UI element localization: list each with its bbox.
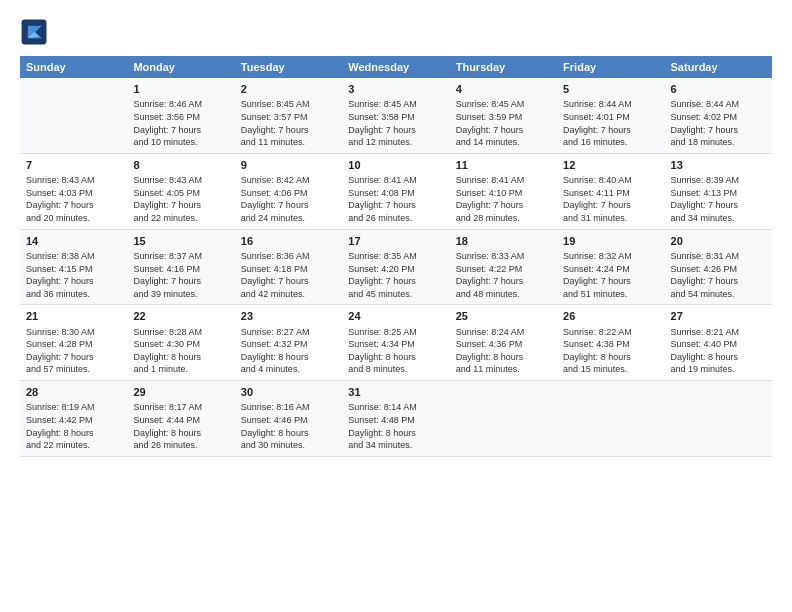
day-info: Sunrise: 8:43 AM Sunset: 4:05 PM Dayligh… xyxy=(133,174,228,224)
day-info: Sunrise: 8:38 AM Sunset: 4:15 PM Dayligh… xyxy=(26,250,121,300)
day-info: Sunrise: 8:43 AM Sunset: 4:03 PM Dayligh… xyxy=(26,174,121,224)
day-number: 13 xyxy=(671,158,766,173)
day-info: Sunrise: 8:41 AM Sunset: 4:08 PM Dayligh… xyxy=(348,174,443,224)
calendar-cell: 13Sunrise: 8:39 AM Sunset: 4:13 PM Dayli… xyxy=(665,153,772,229)
day-info: Sunrise: 8:45 AM Sunset: 3:57 PM Dayligh… xyxy=(241,98,336,148)
day-number: 19 xyxy=(563,234,658,249)
calendar-cell: 4Sunrise: 8:45 AM Sunset: 3:59 PM Daylig… xyxy=(450,78,557,153)
week-row-5: 28Sunrise: 8:19 AM Sunset: 4:42 PM Dayli… xyxy=(20,381,772,457)
calendar-cell: 14Sunrise: 8:38 AM Sunset: 4:15 PM Dayli… xyxy=(20,229,127,305)
day-number: 27 xyxy=(671,309,766,324)
logo xyxy=(20,18,52,46)
header xyxy=(20,18,772,46)
day-info: Sunrise: 8:17 AM Sunset: 4:44 PM Dayligh… xyxy=(133,401,228,451)
calendar-cell: 20Sunrise: 8:31 AM Sunset: 4:26 PM Dayli… xyxy=(665,229,772,305)
day-info: Sunrise: 8:45 AM Sunset: 3:59 PM Dayligh… xyxy=(456,98,551,148)
calendar-cell: 18Sunrise: 8:33 AM Sunset: 4:22 PM Dayli… xyxy=(450,229,557,305)
calendar-cell: 7Sunrise: 8:43 AM Sunset: 4:03 PM Daylig… xyxy=(20,153,127,229)
calendar-cell: 9Sunrise: 8:42 AM Sunset: 4:06 PM Daylig… xyxy=(235,153,342,229)
day-info: Sunrise: 8:31 AM Sunset: 4:26 PM Dayligh… xyxy=(671,250,766,300)
day-info: Sunrise: 8:28 AM Sunset: 4:30 PM Dayligh… xyxy=(133,326,228,376)
day-info: Sunrise: 8:16 AM Sunset: 4:46 PM Dayligh… xyxy=(241,401,336,451)
day-number: 24 xyxy=(348,309,443,324)
week-row-3: 14Sunrise: 8:38 AM Sunset: 4:15 PM Dayli… xyxy=(20,229,772,305)
calendar-cell: 8Sunrise: 8:43 AM Sunset: 4:05 PM Daylig… xyxy=(127,153,234,229)
day-number: 25 xyxy=(456,309,551,324)
week-row-4: 21Sunrise: 8:30 AM Sunset: 4:28 PM Dayli… xyxy=(20,305,772,381)
calendar-cell: 26Sunrise: 8:22 AM Sunset: 4:38 PM Dayli… xyxy=(557,305,664,381)
day-info: Sunrise: 8:44 AM Sunset: 4:01 PM Dayligh… xyxy=(563,98,658,148)
calendar-header: SundayMondayTuesdayWednesdayThursdayFrid… xyxy=(20,56,772,78)
calendar-cell: 31Sunrise: 8:14 AM Sunset: 4:48 PM Dayli… xyxy=(342,381,449,457)
day-info: Sunrise: 8:36 AM Sunset: 4:18 PM Dayligh… xyxy=(241,250,336,300)
calendar-cell: 27Sunrise: 8:21 AM Sunset: 4:40 PM Dayli… xyxy=(665,305,772,381)
day-info: Sunrise: 8:44 AM Sunset: 4:02 PM Dayligh… xyxy=(671,98,766,148)
col-header-monday: Monday xyxy=(127,56,234,78)
day-number: 12 xyxy=(563,158,658,173)
day-number: 20 xyxy=(671,234,766,249)
day-info: Sunrise: 8:14 AM Sunset: 4:48 PM Dayligh… xyxy=(348,401,443,451)
calendar-cell: 12Sunrise: 8:40 AM Sunset: 4:11 PM Dayli… xyxy=(557,153,664,229)
calendar-cell: 19Sunrise: 8:32 AM Sunset: 4:24 PM Dayli… xyxy=(557,229,664,305)
day-number: 16 xyxy=(241,234,336,249)
day-number: 15 xyxy=(133,234,228,249)
day-info: Sunrise: 8:27 AM Sunset: 4:32 PM Dayligh… xyxy=(241,326,336,376)
calendar-page: SundayMondayTuesdayWednesdayThursdayFrid… xyxy=(0,0,792,612)
day-number: 26 xyxy=(563,309,658,324)
day-info: Sunrise: 8:35 AM Sunset: 4:20 PM Dayligh… xyxy=(348,250,443,300)
calendar-body: 1Sunrise: 8:46 AM Sunset: 3:56 PM Daylig… xyxy=(20,78,772,456)
col-header-thursday: Thursday xyxy=(450,56,557,78)
calendar-cell: 5Sunrise: 8:44 AM Sunset: 4:01 PM Daylig… xyxy=(557,78,664,153)
day-info: Sunrise: 8:30 AM Sunset: 4:28 PM Dayligh… xyxy=(26,326,121,376)
day-info: Sunrise: 8:41 AM Sunset: 4:10 PM Dayligh… xyxy=(456,174,551,224)
day-info: Sunrise: 8:22 AM Sunset: 4:38 PM Dayligh… xyxy=(563,326,658,376)
day-number: 3 xyxy=(348,82,443,97)
calendar-cell: 2Sunrise: 8:45 AM Sunset: 3:57 PM Daylig… xyxy=(235,78,342,153)
day-number: 6 xyxy=(671,82,766,97)
calendar-cell: 10Sunrise: 8:41 AM Sunset: 4:08 PM Dayli… xyxy=(342,153,449,229)
calendar-cell: 11Sunrise: 8:41 AM Sunset: 4:10 PM Dayli… xyxy=(450,153,557,229)
day-number: 7 xyxy=(26,158,121,173)
calendar-cell: 16Sunrise: 8:36 AM Sunset: 4:18 PM Dayli… xyxy=(235,229,342,305)
calendar-cell: 15Sunrise: 8:37 AM Sunset: 4:16 PM Dayli… xyxy=(127,229,234,305)
calendar-cell: 28Sunrise: 8:19 AM Sunset: 4:42 PM Dayli… xyxy=(20,381,127,457)
calendar-cell: 29Sunrise: 8:17 AM Sunset: 4:44 PM Dayli… xyxy=(127,381,234,457)
col-header-saturday: Saturday xyxy=(665,56,772,78)
calendar-cell: 24Sunrise: 8:25 AM Sunset: 4:34 PM Dayli… xyxy=(342,305,449,381)
col-header-sunday: Sunday xyxy=(20,56,127,78)
day-info: Sunrise: 8:46 AM Sunset: 3:56 PM Dayligh… xyxy=(133,98,228,148)
day-number: 8 xyxy=(133,158,228,173)
logo-icon xyxy=(20,18,48,46)
calendar-cell: 22Sunrise: 8:28 AM Sunset: 4:30 PM Dayli… xyxy=(127,305,234,381)
week-row-2: 7Sunrise: 8:43 AM Sunset: 4:03 PM Daylig… xyxy=(20,153,772,229)
day-number: 11 xyxy=(456,158,551,173)
day-info: Sunrise: 8:32 AM Sunset: 4:24 PM Dayligh… xyxy=(563,250,658,300)
day-info: Sunrise: 8:42 AM Sunset: 4:06 PM Dayligh… xyxy=(241,174,336,224)
col-header-tuesday: Tuesday xyxy=(235,56,342,78)
day-info: Sunrise: 8:45 AM Sunset: 3:58 PM Dayligh… xyxy=(348,98,443,148)
day-number: 14 xyxy=(26,234,121,249)
week-row-1: 1Sunrise: 8:46 AM Sunset: 3:56 PM Daylig… xyxy=(20,78,772,153)
day-info: Sunrise: 8:21 AM Sunset: 4:40 PM Dayligh… xyxy=(671,326,766,376)
day-number: 18 xyxy=(456,234,551,249)
day-info: Sunrise: 8:39 AM Sunset: 4:13 PM Dayligh… xyxy=(671,174,766,224)
day-info: Sunrise: 8:25 AM Sunset: 4:34 PM Dayligh… xyxy=(348,326,443,376)
header-row: SundayMondayTuesdayWednesdayThursdayFrid… xyxy=(20,56,772,78)
calendar-cell: 25Sunrise: 8:24 AM Sunset: 4:36 PM Dayli… xyxy=(450,305,557,381)
day-info: Sunrise: 8:24 AM Sunset: 4:36 PM Dayligh… xyxy=(456,326,551,376)
day-info: Sunrise: 8:19 AM Sunset: 4:42 PM Dayligh… xyxy=(26,401,121,451)
calendar-cell xyxy=(557,381,664,457)
calendar-table: SundayMondayTuesdayWednesdayThursdayFrid… xyxy=(20,56,772,457)
day-number: 22 xyxy=(133,309,228,324)
day-number: 4 xyxy=(456,82,551,97)
day-number: 31 xyxy=(348,385,443,400)
col-header-friday: Friday xyxy=(557,56,664,78)
calendar-cell: 17Sunrise: 8:35 AM Sunset: 4:20 PM Dayli… xyxy=(342,229,449,305)
day-number: 17 xyxy=(348,234,443,249)
day-number: 5 xyxy=(563,82,658,97)
calendar-cell: 23Sunrise: 8:27 AM Sunset: 4:32 PM Dayli… xyxy=(235,305,342,381)
day-number: 29 xyxy=(133,385,228,400)
col-header-wednesday: Wednesday xyxy=(342,56,449,78)
day-number: 30 xyxy=(241,385,336,400)
calendar-cell: 30Sunrise: 8:16 AM Sunset: 4:46 PM Dayli… xyxy=(235,381,342,457)
